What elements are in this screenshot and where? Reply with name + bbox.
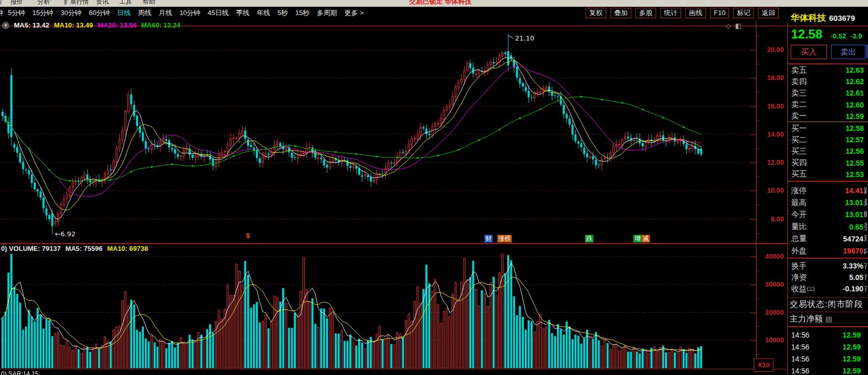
event-badge[interactable]: 增 — [633, 235, 642, 243]
main-flow-row[interactable]: 主力净额▤ — [788, 313, 868, 325]
volume-bar — [332, 314, 334, 368]
volume-bar — [689, 348, 690, 368]
menu-item[interactable]: 资讯 — [96, 0, 108, 7]
toolbar-button[interactable]: 画线 — [685, 8, 706, 18]
toolbar-button[interactable]: 多股 — [635, 8, 656, 18]
candle-body — [435, 124, 436, 127]
menu-item[interactable]: 帮助 — [143, 0, 155, 7]
period-tab-partial[interactable]: 钟 — [0, 8, 3, 18]
volume-bars-layer — [2, 253, 702, 368]
event-badge[interactable]: 涨榜 — [497, 235, 512, 243]
volume-chart-canvas[interactable] — [0, 253, 756, 368]
period-tab[interactable]: 15秒 — [292, 8, 313, 18]
period-tab[interactable]: 多周期 — [313, 8, 341, 18]
ask-row[interactable]: 卖一12.59 — [788, 111, 868, 122]
toolbar-button[interactable]: 标记 — [733, 8, 754, 18]
volume-label: MA5: 75596 — [65, 245, 103, 252]
split-square-icon[interactable]: ◧ — [735, 22, 741, 30]
chart-region[interactable]: ←6.9221.10 ▼ MA5: 13.42MA10: 13.49MA20: … — [0, 20, 756, 375]
ma60-square — [274, 146, 275, 148]
stat-row-value: 5.05 — [807, 273, 863, 282]
volume-tick-label: 20000 — [765, 309, 784, 316]
bid-row[interactable]: 买三12.56 — [788, 145, 868, 157]
period-tab[interactable]: 日线 — [114, 8, 134, 18]
tick-price: 12.59 — [843, 343, 861, 351]
volume-bar — [606, 343, 608, 368]
volume-bar — [136, 330, 138, 368]
volume-bar — [554, 336, 556, 368]
ask-row[interactable]: 卖四12.62 — [788, 76, 868, 87]
candle-body — [128, 95, 129, 112]
panel-separator — [788, 297, 868, 298]
volume-bar — [595, 332, 597, 368]
volume-bar — [233, 295, 234, 368]
period-tab[interactable]: 年线 — [253, 8, 274, 18]
candle-body — [685, 144, 687, 149]
stat-row: 收益㈢-0.190市 — [788, 283, 868, 294]
period-tab[interactable]: 15分钟 — [29, 8, 57, 18]
price-chart-canvas[interactable]: ←6.9221.10 — [0, 20, 756, 244]
event-badge[interactable]: 财 — [484, 235, 493, 243]
period-tab[interactable]: 5秒 — [274, 8, 292, 18]
event-badge[interactable]: 减 — [642, 235, 650, 243]
volume-bar — [16, 294, 18, 368]
volume-bar — [352, 342, 354, 368]
menu-item[interactable]: 工具 — [119, 0, 132, 7]
volume-bar — [394, 344, 395, 368]
candle-body — [414, 138, 415, 139]
toolbar-button[interactable]: 统计 — [660, 8, 681, 18]
menu-item[interactable]: 报价 — [10, 0, 23, 7]
ma60-square — [356, 153, 357, 155]
ask-row[interactable]: 卖二12.60 — [788, 99, 868, 111]
period-tab[interactable]: 30分钟 — [57, 8, 85, 18]
period-tab[interactable]: 周线 — [134, 8, 155, 18]
volume-bar — [113, 330, 114, 368]
bid-row[interactable]: 买一12.58 — [788, 123, 868, 134]
period-tab[interactable]: 更多 > — [341, 8, 367, 18]
volume-bar — [162, 342, 164, 368]
list-icon[interactable]: ▤ — [825, 315, 832, 323]
stat-row-label: 净资 — [791, 273, 807, 283]
stock-code: 603679 — [829, 14, 855, 22]
event-badge[interactable]: 跌 — [585, 235, 593, 243]
period-tab[interactable]: 月线 — [155, 8, 176, 18]
bid-row[interactable]: 买五12.53 — [788, 169, 868, 180]
menu-item[interactable]: 扩展行情 — [64, 0, 89, 7]
buy-button[interactable]: 买入 — [791, 45, 827, 59]
period-tab[interactable]: 10分钟 — [176, 8, 204, 18]
period-tab[interactable]: 5分钟 — [4, 8, 29, 18]
candle-body — [376, 174, 377, 180]
axis-tick — [750, 340, 756, 341]
period-tab[interactable]: 60分钟 — [85, 8, 113, 18]
ma60-square — [683, 126, 684, 128]
menu-item[interactable]: 分析 — [37, 0, 50, 7]
volume-bar — [464, 259, 465, 368]
ma60-square — [8, 123, 9, 125]
sell-button[interactable]: 卖出 — [831, 45, 865, 59]
volume-bar — [586, 330, 588, 368]
period-tab[interactable]: 45日线 — [204, 8, 232, 18]
volume-bar — [504, 273, 506, 368]
bid-row[interactable]: 买四12.55 — [788, 157, 868, 169]
toolbar-button[interactable]: 叠加 — [611, 8, 631, 18]
toolbar-button[interactable]: 复权 — [586, 8, 606, 18]
menu-item-partial[interactable]: 能 — [0, 0, 2, 7]
diamond-icon[interactable]: ◇ — [726, 22, 731, 30]
chevron-down-icon[interactable]: ▼ — [2, 22, 9, 29]
ask-row[interactable]: 卖五12.63 — [788, 64, 868, 76]
candle-body — [77, 181, 79, 182]
toolbar-button[interactable]: 返回 — [758, 8, 779, 18]
toolbar-button[interactable]: F10 — [710, 8, 729, 18]
event-badge[interactable]: $ — [245, 232, 251, 239]
bid-row[interactable]: 买二12.57 — [788, 134, 868, 145]
volume-bar — [618, 351, 620, 368]
volume-bar — [665, 352, 667, 368]
period-tab[interactable]: 季线 — [233, 8, 253, 18]
ask-row-price: 12.61 — [846, 89, 864, 97]
high-annotation-arrow — [508, 35, 513, 38]
ask-row[interactable]: 卖三12.61 — [788, 87, 868, 99]
volume-bar — [309, 302, 310, 368]
ask-row-label: 卖一 — [791, 111, 807, 121]
candle-body — [572, 125, 574, 135]
candle-body — [323, 159, 325, 165]
